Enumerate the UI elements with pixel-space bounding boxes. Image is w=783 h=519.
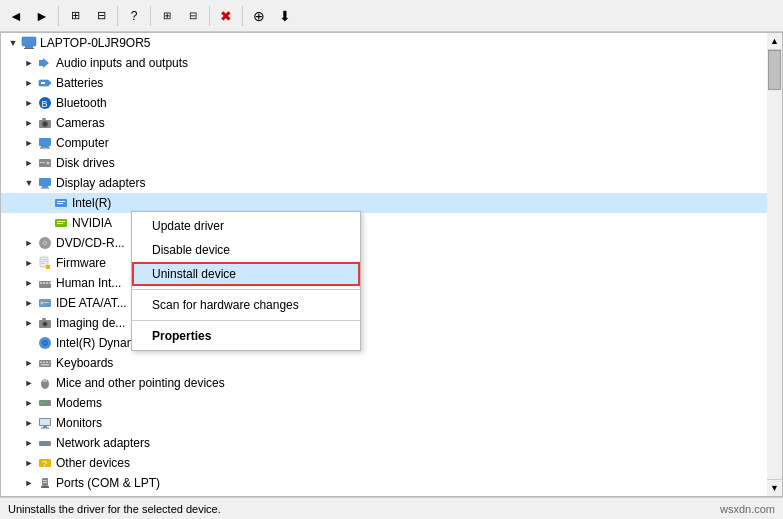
tree-item-diskdrives[interactable]: ► Disk drives xyxy=(1,153,767,173)
update-driver-button[interactable]: ⊟ xyxy=(181,4,205,28)
context-menu: Update driver Disable device Uninstall d… xyxy=(131,211,361,351)
svg-marker-36 xyxy=(46,265,50,269)
imagingde-expand-icon[interactable]: ► xyxy=(21,315,37,331)
add-button[interactable]: ⊕ xyxy=(247,4,271,28)
forward-button[interactable]: ► xyxy=(30,4,54,28)
tree-item-modems[interactable]: ► Modems xyxy=(1,393,767,413)
batteries-expand-icon[interactable]: ► xyxy=(21,75,37,91)
ctx-scan-hardware[interactable]: Scan for hardware changes xyxy=(132,293,360,317)
tree-item-networkadapters[interactable]: ► Network adapters xyxy=(1,433,767,453)
computer-item-icon xyxy=(37,135,53,151)
svg-rect-77 xyxy=(41,486,49,488)
tree-root[interactable]: ▼ LAPTOP-0LJR9OR5 xyxy=(1,33,767,53)
printqueues-icon xyxy=(37,495,53,497)
back-button[interactable]: ◄ xyxy=(4,4,28,28)
tree-item-intel[interactable]: Intel(R) xyxy=(1,193,767,213)
tree-item-batteries[interactable]: ► Batteries xyxy=(1,73,767,93)
firmware-expand-icon[interactable]: ► xyxy=(21,255,37,271)
ctx-properties[interactable]: Properties xyxy=(132,324,360,348)
ctx-separator-2 xyxy=(132,320,360,321)
displayadapters-expand-icon[interactable]: ▼ xyxy=(21,175,37,191)
scan-button[interactable]: ⊞ xyxy=(155,4,179,28)
scroll-up-arrow[interactable]: ▲ xyxy=(767,33,783,50)
tree-item-imagingde[interactable]: ► Imaging de... xyxy=(1,313,767,333)
separator-4 xyxy=(209,6,210,26)
separator-3 xyxy=(150,6,151,26)
tree-item-keyboards[interactable]: ► Keyboards xyxy=(1,353,767,373)
tree-item-ports[interactable]: ► Ports (COM & LPT) xyxy=(1,473,767,493)
monitors-label: Monitors xyxy=(56,416,102,430)
bluetooth-icon: B xyxy=(37,95,53,111)
tree-item-humanint[interactable]: ► Human Int... xyxy=(1,273,767,293)
svg-rect-67 xyxy=(41,428,49,429)
svg-rect-56 xyxy=(49,362,50,364)
status-message: Uninstalls the driver for the selected d… xyxy=(8,503,221,515)
root-expand-icon[interactable]: ▼ xyxy=(5,35,21,51)
svg-point-51 xyxy=(44,342,46,344)
ideata-expand-icon[interactable]: ► xyxy=(21,295,37,311)
separator-1 xyxy=(58,6,59,26)
svg-rect-76 xyxy=(43,482,47,483)
tree-item-monitors[interactable]: ► Monitors xyxy=(1,413,767,433)
tree-item-cameras[interactable]: ► Cameras xyxy=(1,113,767,133)
humanint-icon xyxy=(37,275,53,291)
firmware-label: Firmware xyxy=(56,256,106,270)
bluetooth-expand-icon[interactable]: ► xyxy=(21,95,37,111)
keyboards-expand-icon[interactable]: ► xyxy=(21,355,37,371)
networkadapters-expand-icon[interactable]: ► xyxy=(21,435,37,451)
mice-expand-icon[interactable]: ► xyxy=(21,375,37,391)
svg-rect-22 xyxy=(41,188,49,189)
computer-expand-icon[interactable]: ► xyxy=(21,135,37,151)
svg-rect-14 xyxy=(39,138,51,146)
svg-rect-35 xyxy=(41,263,45,264)
dvd-expand-icon[interactable]: ► xyxy=(21,235,37,251)
tree-item-dvd[interactable]: ► DVD/CD-R... xyxy=(1,233,767,253)
cameras-expand-icon[interactable]: ► xyxy=(21,115,37,131)
inteldynamic-expand-icon xyxy=(21,335,37,351)
expand-button[interactable]: ⊞ xyxy=(63,4,87,28)
ctx-disable-device[interactable]: Disable device xyxy=(132,238,360,262)
help-button[interactable]: ? xyxy=(122,4,146,28)
tree-item-bluetooth[interactable]: ► B Bluetooth xyxy=(1,93,767,113)
download-button[interactable]: ⬇ xyxy=(273,4,297,28)
svg-rect-2 xyxy=(24,48,34,49)
diskdrives-expand-icon[interactable]: ► xyxy=(21,155,37,171)
separator-2 xyxy=(117,6,118,26)
scrollbar[interactable]: ▲ ▼ xyxy=(767,32,783,497)
intel-label: Intel(R) xyxy=(72,196,111,210)
otherdevices-expand-icon[interactable]: ► xyxy=(21,455,37,471)
svg-rect-65 xyxy=(40,419,50,425)
svg-rect-13 xyxy=(42,118,46,120)
ctx-update-driver[interactable]: Update driver xyxy=(132,214,360,238)
tree-item-computer[interactable]: ► Computer xyxy=(1,133,767,153)
svg-rect-39 xyxy=(43,282,45,284)
collapse-button[interactable]: ⊟ xyxy=(89,4,113,28)
delete-button[interactable]: ✖ xyxy=(214,4,238,28)
tree-item-audio[interactable]: ► Audio inputs and outputs xyxy=(1,53,767,73)
monitors-icon xyxy=(37,415,53,431)
tree-item-inteldynamic[interactable]: Intel(R) Dynamic Platform and Thermal Fr… xyxy=(1,333,767,353)
diskdrives-icon xyxy=(37,155,53,171)
tree-item-nvidia[interactable]: NVIDIA xyxy=(1,213,767,233)
intel-icon xyxy=(53,195,69,211)
svg-rect-15 xyxy=(41,146,49,148)
audio-expand-icon[interactable]: ► xyxy=(21,55,37,71)
ports-expand-icon[interactable]: ► xyxy=(21,475,37,491)
scroll-track[interactable] xyxy=(767,50,782,479)
monitors-expand-icon[interactable]: ► xyxy=(21,415,37,431)
scroll-thumb[interactable] xyxy=(768,50,781,90)
ideata-label: IDE ATA/AT... xyxy=(56,296,127,310)
tree-item-firmware[interactable]: ► Firmware xyxy=(1,253,767,273)
svg-marker-4 xyxy=(43,58,49,68)
tree-item-displayadapters[interactable]: ▼ Display adapters xyxy=(1,173,767,193)
tree-item-printqueues[interactable]: ► Print queues xyxy=(1,493,767,497)
tree-panel[interactable]: ▼ LAPTOP-0LJR9OR5 ► Audio inputs and out… xyxy=(0,32,767,497)
tree-item-ideata[interactable]: ► IDE ATA/AT... xyxy=(1,293,767,313)
scroll-down-arrow[interactable]: ▼ xyxy=(767,479,783,496)
printqueues-expand-icon[interactable]: ► xyxy=(21,495,37,497)
modems-expand-icon[interactable]: ► xyxy=(21,395,37,411)
ctx-uninstall-device[interactable]: Uninstall device xyxy=(132,262,360,286)
humanint-expand-icon[interactable]: ► xyxy=(21,275,37,291)
tree-item-mice[interactable]: ► Mice and other pointing devices xyxy=(1,373,767,393)
tree-item-otherdevices[interactable]: ► ? Other devices xyxy=(1,453,767,473)
